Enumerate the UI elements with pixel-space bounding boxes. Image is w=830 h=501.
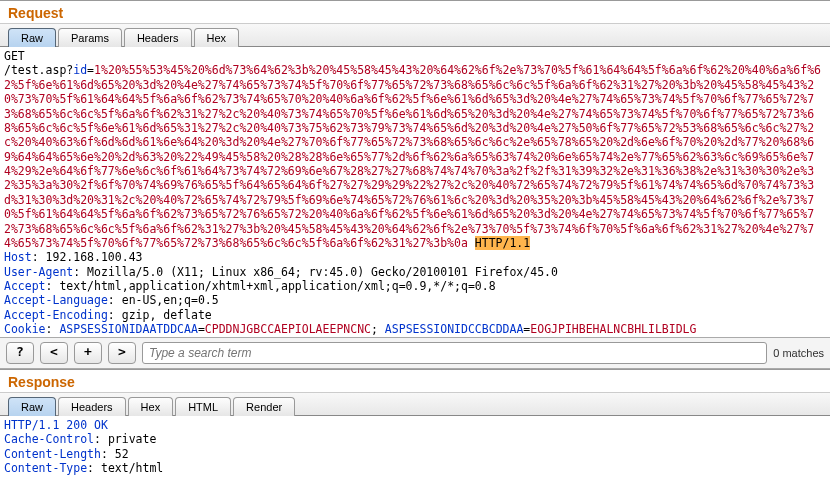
tab-hex-request[interactable]: Hex bbox=[194, 28, 240, 47]
tab-html-response[interactable]: HTML bbox=[175, 397, 231, 416]
status-line: HTTP/1.1 200 OK bbox=[4, 418, 108, 432]
request-title: Request bbox=[0, 1, 830, 24]
query-key: id bbox=[73, 63, 87, 77]
tab-headers-request[interactable]: Headers bbox=[124, 28, 192, 47]
add-button[interactable]: + bbox=[74, 342, 102, 364]
http-method: GET bbox=[4, 49, 25, 63]
tab-render-response[interactable]: Render bbox=[233, 397, 295, 416]
response-tabs: Raw Headers Hex HTML Render bbox=[0, 393, 830, 416]
request-tabs: Raw Params Headers Hex bbox=[0, 24, 830, 47]
query-value: 1%20%55%53%45%20%6d%73%64%62%3b%20%45%58… bbox=[4, 63, 821, 250]
response-panel: Response Raw Headers Hex HTML Render HTT… bbox=[0, 369, 830, 476]
tab-raw-response[interactable]: Raw bbox=[8, 397, 56, 416]
prev-match-button[interactable]: < bbox=[40, 342, 68, 364]
help-button[interactable]: ? bbox=[6, 342, 34, 364]
match-count: 0 matches bbox=[773, 347, 824, 359]
request-raw-editor[interactable]: GET /test.asp?id=1%20%55%53%45%20%6d%73%… bbox=[0, 47, 830, 337]
request-panel: Request Raw Params Headers Hex GET /test… bbox=[0, 0, 830, 337]
tab-hex-response[interactable]: Hex bbox=[128, 397, 174, 416]
tab-headers-response[interactable]: Headers bbox=[58, 397, 126, 416]
http-version: HTTP/1.1 bbox=[475, 236, 530, 250]
search-input[interactable] bbox=[142, 342, 767, 364]
response-raw-editor[interactable]: HTTP/1.1 200 OK Cache-Control: private C… bbox=[0, 416, 830, 476]
request-path: /test.asp bbox=[4, 63, 66, 77]
tab-raw-request[interactable]: Raw bbox=[8, 28, 56, 47]
tab-params[interactable]: Params bbox=[58, 28, 122, 47]
search-toolbar: ? < + > 0 matches bbox=[0, 337, 830, 369]
response-title: Response bbox=[0, 370, 830, 393]
next-match-button[interactable]: > bbox=[108, 342, 136, 364]
